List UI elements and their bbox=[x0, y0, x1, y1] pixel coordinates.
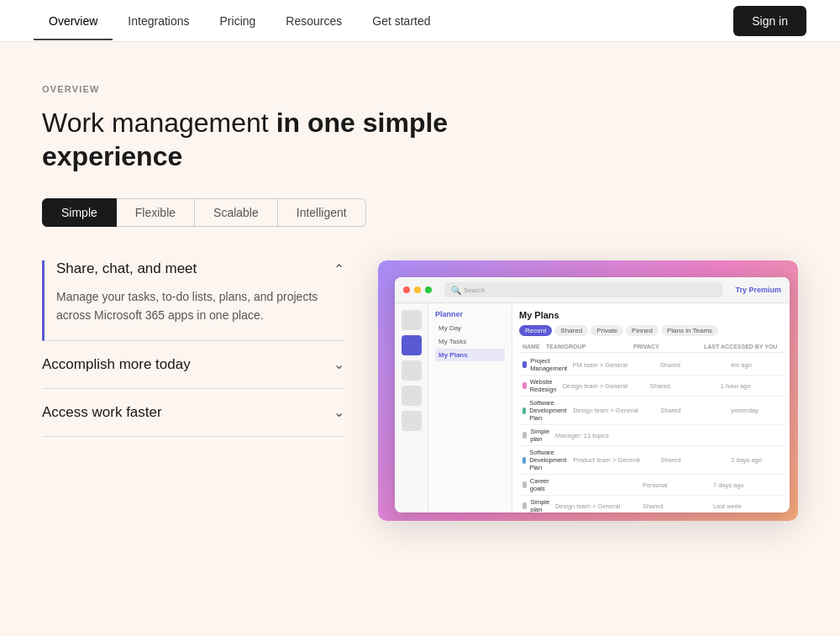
filter-tab-shared[interactable]: Shared bbox=[554, 325, 588, 336]
row-last-access: 7 days ago bbox=[713, 481, 789, 489]
nav-link-resources[interactable]: Resources bbox=[270, 3, 357, 39]
row-name-text: Career goals bbox=[530, 477, 552, 492]
app-screenshot: 🔍 Search Try Premium bbox=[378, 260, 798, 521]
nav-link-integrations[interactable]: Integrations bbox=[113, 3, 204, 39]
row-name: Career goals bbox=[522, 477, 552, 492]
app-filter-tabs: Recent Shared Private Pinned Plans in Te… bbox=[519, 325, 783, 336]
app-body: Planner My Day My Tasks My Plans My Plan… bbox=[395, 303, 790, 512]
row-privacy: Shared bbox=[643, 502, 710, 510]
accordion-share: Share, chat, and meet ⌃ Manage your task… bbox=[42, 260, 344, 341]
chevron-down-icon-2: ⌄ bbox=[333, 404, 344, 420]
accordion-accomplish-header[interactable]: Accomplish more today ⌄ bbox=[42, 356, 344, 373]
signin-button[interactable]: Sign in bbox=[733, 6, 806, 36]
row-color-icon bbox=[522, 481, 527, 488]
sidebar-icon-4 bbox=[402, 386, 422, 406]
left-panel: Share, chat, and meet ⌃ Manage your task… bbox=[42, 260, 344, 437]
accordion-access: Access work faster ⌄ bbox=[42, 389, 344, 437]
window-search-bar[interactable]: 🔍 Search bbox=[444, 282, 722, 297]
table-row[interactable]: Career goals Personal 7 days ago bbox=[519, 475, 783, 496]
row-team: Design team > General bbox=[573, 407, 657, 414]
app-table-rows: Project Management PM team > General Sha… bbox=[519, 355, 783, 512]
nav-item-myplans[interactable]: My Plans bbox=[435, 349, 505, 361]
filter-tab-recent[interactable]: Recent bbox=[519, 325, 552, 336]
content-area: Share, chat, and meet ⌃ Manage your task… bbox=[42, 260, 798, 521]
row-last-access: 4m ago bbox=[731, 361, 790, 369]
search-icon: 🔍 bbox=[451, 286, 461, 295]
col-team: Team/Group bbox=[546, 344, 630, 350]
row-team: Product team > General bbox=[573, 456, 657, 464]
table-row[interactable]: Simple plan Manager: 11 topics bbox=[519, 425, 783, 446]
filter-tab-teams[interactable]: Plans in Teams bbox=[661, 325, 718, 336]
tab-scalable[interactable]: Scalable bbox=[195, 198, 278, 227]
row-color-icon bbox=[522, 502, 527, 509]
row-name: Simple plan bbox=[522, 498, 552, 512]
row-last-access: 1 hour ago bbox=[721, 382, 790, 390]
section-label: OVERVIEW bbox=[42, 84, 798, 94]
window-maximize-dot bbox=[425, 286, 432, 293]
table-row[interactable]: Simple plan Design team > General Shared… bbox=[519, 496, 783, 512]
accordion-access-header[interactable]: Access work faster ⌄ bbox=[42, 404, 344, 421]
accordion-accomplish: Accomplish more today ⌄ bbox=[42, 341, 344, 389]
sidebar-icon-planner[interactable] bbox=[402, 335, 422, 355]
app-nav-title: Planner bbox=[435, 310, 505, 318]
table-row[interactable]: Website Redesign Design team > General S… bbox=[519, 376, 783, 397]
row-last-access: yesterday bbox=[731, 407, 790, 414]
tab-simple[interactable]: Simple bbox=[42, 198, 117, 227]
table-row[interactable]: Project Management PM team > General Sha… bbox=[519, 355, 783, 376]
nav-link-pricing[interactable]: Pricing bbox=[205, 3, 271, 39]
page-title: Work management in one simple experience bbox=[42, 106, 462, 173]
main-nav: Overview Integrations Pricing Resources … bbox=[0, 0, 840, 42]
row-color-icon bbox=[522, 382, 527, 389]
nav-link-overview[interactable]: Overview bbox=[34, 3, 113, 39]
row-last-access: 2 days ago bbox=[731, 456, 790, 464]
nav-item-myday[interactable]: My Day bbox=[435, 322, 505, 334]
filter-tab-private[interactable]: Private bbox=[591, 325, 623, 336]
row-team: Design team > General bbox=[555, 502, 639, 510]
row-color-icon bbox=[522, 407, 526, 414]
row-color-icon bbox=[522, 432, 527, 439]
row-privacy: Personal bbox=[643, 481, 710, 489]
try-premium-button[interactable]: Try Premium bbox=[735, 286, 781, 294]
feature-tabs: Simple Flexible Scalable Intelligent bbox=[42, 198, 798, 227]
app-table-header: Name Team/Group Privacy Last accessed by… bbox=[519, 341, 783, 353]
row-team: Manager: 11 topics bbox=[555, 432, 639, 439]
accordion-accomplish-title: Accomplish more today bbox=[42, 356, 191, 373]
table-row[interactable]: Software Development Plan Design team > … bbox=[519, 397, 783, 425]
row-privacy: Shared bbox=[650, 382, 717, 390]
nav-link-get-started[interactable]: Get started bbox=[357, 3, 445, 39]
tab-intelligent[interactable]: Intelligent bbox=[278, 198, 366, 227]
window-close-dot bbox=[403, 286, 410, 293]
col-last-access: Last accessed by you bbox=[704, 344, 780, 350]
tab-flexible[interactable]: Flexible bbox=[117, 198, 195, 227]
accordion-share-title: Share, chat, and meet bbox=[56, 260, 197, 277]
nav-item-mytasks[interactable]: My Tasks bbox=[435, 335, 505, 348]
search-placeholder-text: Search bbox=[464, 286, 485, 294]
sidebar-icon-3 bbox=[402, 360, 422, 381]
row-color-icon bbox=[522, 457, 526, 464]
row-privacy: Shared bbox=[660, 407, 727, 414]
row-name-text: Software Development Plan bbox=[529, 449, 570, 471]
app-nav-panel: Planner My Day My Tasks My Plans bbox=[428, 303, 512, 512]
chevron-up-icon: ⌃ bbox=[333, 261, 344, 277]
col-name: Name bbox=[522, 344, 543, 350]
col-privacy: Privacy bbox=[633, 344, 701, 350]
row-privacy: Shared bbox=[660, 456, 727, 464]
nav-links: Overview Integrations Pricing Resources … bbox=[34, 3, 733, 39]
row-name: Software Development Plan bbox=[522, 449, 570, 471]
row-team: Design team > General bbox=[563, 382, 647, 390]
row-name: Project Management bbox=[522, 357, 570, 372]
row-last-access: Last week bbox=[713, 502, 789, 510]
accordion-access-title: Access work faster bbox=[42, 404, 162, 421]
window-minimize-dot bbox=[414, 286, 421, 293]
row-name-text: Project Management bbox=[530, 357, 569, 372]
filter-tab-pinned[interactable]: Pinned bbox=[626, 325, 659, 336]
app-window: 🔍 Search Try Premium bbox=[395, 277, 790, 512]
table-row[interactable]: Software Development Plan Product team >… bbox=[519, 446, 783, 475]
accordion-share-header[interactable]: Share, chat, and meet ⌃ bbox=[56, 260, 344, 277]
row-name-text: Simple plan bbox=[530, 428, 552, 443]
window-titlebar: 🔍 Search Try Premium bbox=[395, 277, 790, 303]
right-panel: 🔍 Search Try Premium bbox=[378, 260, 798, 521]
row-name-text: Software Development Plan bbox=[529, 399, 570, 422]
row-privacy: Shared bbox=[660, 361, 727, 369]
row-name: Website Redesign bbox=[522, 378, 559, 393]
